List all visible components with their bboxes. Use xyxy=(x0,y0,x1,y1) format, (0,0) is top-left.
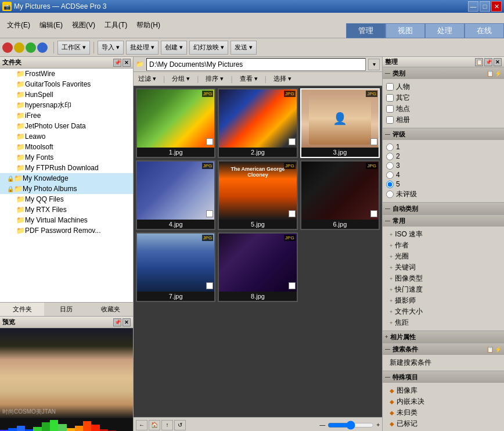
circle-blue[interactable] xyxy=(37,42,48,53)
section-ratings-header[interactable]: — 评级 xyxy=(383,128,504,140)
minimize-button[interactable]: — xyxy=(468,1,478,12)
address-go-button[interactable]: ▾ xyxy=(368,59,380,70)
thumb-item-7[interactable]: JPG 7.jpg xyxy=(136,232,215,302)
tab-process[interactable]: 处理 xyxy=(425,23,465,38)
preview-pin-button[interactable]: 📌 xyxy=(113,318,121,326)
thumb-item-8[interactable]: JPG 8.jpg xyxy=(218,232,297,302)
menu-help[interactable]: 帮助(H) xyxy=(132,19,165,31)
special-embedded-pending[interactable]: ◆ 内嵌未决 xyxy=(385,396,502,407)
thumb-item-4[interactable]: JPG 4.jpg xyxy=(136,160,215,230)
rating-5-radio[interactable] xyxy=(386,181,394,188)
section-icon-2[interactable]: ⚡ xyxy=(495,70,502,77)
section-special-header[interactable]: — 特殊项目 xyxy=(383,371,504,383)
category-album[interactable]: 相册 xyxy=(385,114,502,125)
view-button[interactable]: 查看 ▾ xyxy=(237,74,260,84)
right-panel-pin-button[interactable]: 📌 xyxy=(484,58,492,66)
special-marked[interactable]: ◆ 已标记 xyxy=(385,418,502,429)
common-aperture[interactable]: + 光圈 xyxy=(385,251,502,262)
thumb-item-2[interactable]: JPG 2.jpg xyxy=(218,88,297,158)
nav-back-button[interactable]: ← xyxy=(136,420,147,430)
category-person[interactable]: 人物 xyxy=(385,81,502,92)
tree-item-myrtxfiles[interactable]: 📁 My RTX Files xyxy=(0,204,133,215)
thumb-checkbox-7[interactable] xyxy=(206,282,213,289)
select-button[interactable]: 选择 ▾ xyxy=(271,74,294,84)
rating-2-radio[interactable] xyxy=(386,153,394,160)
preview-close-button[interactable]: ✕ xyxy=(123,318,131,326)
section-photo-properties-header[interactable]: + 相片属性 xyxy=(383,331,504,343)
sort-button[interactable]: 排序 ▾ xyxy=(203,74,226,84)
rating-3[interactable]: 3 xyxy=(385,161,502,170)
send-button[interactable]: 发送 ▾ xyxy=(231,41,257,55)
tree-item-pdfpassword[interactable]: 📁 PDF Password Remov... xyxy=(0,225,133,236)
menu-file[interactable]: 文件(E) xyxy=(2,19,35,31)
tree-item-myvirtualmachines[interactable]: 📁 My Virtual Machines xyxy=(0,215,133,225)
new-search-item[interactable]: 新建搜索条件 xyxy=(385,357,502,368)
rating-4-radio[interactable] xyxy=(386,171,394,179)
tree-item-myqqfiles[interactable]: 📁 My QQ Files xyxy=(0,194,133,204)
thumb-item-5[interactable]: JPG The American George Clooney 5.jpg xyxy=(218,160,297,230)
nav-refresh-button[interactable]: ↺ xyxy=(174,420,186,430)
tree-item-guitartools[interactable]: 📁 GuitarTools Favorites xyxy=(0,79,133,89)
thumb-checkbox-5[interactable] xyxy=(289,210,296,217)
thumb-checkbox-6[interactable] xyxy=(370,210,377,217)
circle-yellow[interactable] xyxy=(14,42,24,53)
section-auto-categories-header[interactable]: — 自动类别 xyxy=(383,203,504,214)
section-search-header[interactable]: — 搜索条件 📋 ⚡ xyxy=(383,343,504,355)
menu-tools[interactable]: 工具(T) xyxy=(100,19,132,31)
category-location[interactable]: 地点 xyxy=(385,103,502,114)
nav-home-button[interactable]: 🏠 xyxy=(149,420,160,430)
circle-red[interactable] xyxy=(2,42,13,53)
tab-manage[interactable]: 管理 xyxy=(346,23,386,38)
tree-item-hunspell[interactable]: 📁 HunSpell xyxy=(0,89,133,100)
thumb-checkbox-1[interactable] xyxy=(206,138,213,145)
tree-item-myfonts[interactable]: 📁 My Fonts xyxy=(0,152,133,163)
common-author[interactable]: + 作者 xyxy=(385,240,502,251)
section-common-header[interactable]: — 常用 xyxy=(383,215,504,227)
tab-view[interactable]: 视图 xyxy=(386,23,425,38)
circle-green[interactable] xyxy=(26,42,36,53)
tab-calendar[interactable]: 日历 xyxy=(44,303,88,316)
batch-button[interactable]: 批处理 ▾ xyxy=(126,41,159,55)
tree-item-ftprush[interactable]: 📁 My FTPRush Download xyxy=(0,163,133,173)
common-shutter[interactable]: + 快门速度 xyxy=(385,284,502,295)
category-album-checkbox[interactable] xyxy=(386,116,394,124)
tree-item-leawo[interactable]: 📁 Leawo xyxy=(0,131,133,142)
search-icon-1[interactable]: 📋 xyxy=(487,346,494,353)
rating-3-radio[interactable] xyxy=(386,162,394,170)
common-filesize[interactable]: + 文件大小 xyxy=(385,306,502,317)
filter-button[interactable]: 过滤 ▾ xyxy=(136,74,159,84)
create-button[interactable]: 创建 ▾ xyxy=(161,41,187,55)
thumb-checkbox-8[interactable] xyxy=(289,282,296,289)
search-icon-2[interactable]: ⚡ xyxy=(495,346,502,353)
category-other[interactable]: 其它 xyxy=(385,92,502,103)
nav-up-button[interactable]: ↑ xyxy=(161,420,173,430)
zoom-slider[interactable] xyxy=(327,421,374,429)
group-button[interactable]: 分组 ▾ xyxy=(170,74,192,84)
rating-unrated-radio[interactable] xyxy=(386,191,394,198)
slideshow-button[interactable]: 幻灯放映 ▾ xyxy=(189,41,228,55)
thumb-checkbox-2[interactable] xyxy=(289,138,296,145)
thumb-checkbox-3[interactable] xyxy=(370,138,377,145)
special-unclassified[interactable]: ◆ 未归类 xyxy=(385,407,502,418)
tab-online[interactable]: 在线 xyxy=(465,23,504,38)
common-iso[interactable]: + ISO 速率 xyxy=(385,229,502,240)
rating-2[interactable]: 2 xyxy=(385,152,502,161)
panel-pin-button[interactable]: 📌 xyxy=(113,59,121,67)
tab-favorites[interactable]: 收藏夹 xyxy=(89,303,133,316)
category-other-checkbox[interactable] xyxy=(386,94,394,102)
common-focallength[interactable]: + 焦距 xyxy=(385,317,502,328)
rating-4[interactable]: 4 xyxy=(385,170,502,179)
tree-item-mtoolsoft[interactable]: 📁 Mtoolsoft xyxy=(0,142,133,152)
import-button[interactable]: 导入 ▾ xyxy=(98,41,124,55)
tree-item-ifree[interactable]: 📁 iFree xyxy=(0,110,133,121)
tree-item-jetphoto[interactable]: 📁 JetPhoto User Data xyxy=(0,121,133,131)
address-input[interactable] xyxy=(146,58,366,71)
common-photographer[interactable]: + 摄影师 xyxy=(385,295,502,306)
thumb-checkbox-4[interactable] xyxy=(206,210,213,217)
tree-item-myphotoalbums[interactable]: 🔒 📁 My Photo Albums xyxy=(0,184,133,194)
common-imagetype[interactable]: + 图像类型 xyxy=(385,273,502,284)
maximize-button[interactable]: □ xyxy=(480,1,490,12)
right-panel-icon-1[interactable]: 📋 xyxy=(475,58,483,66)
section-categories-header[interactable]: — 类别 📋 ⚡ xyxy=(383,67,504,79)
thumb-item-6[interactable]: JPG 6.jpg xyxy=(300,160,380,230)
